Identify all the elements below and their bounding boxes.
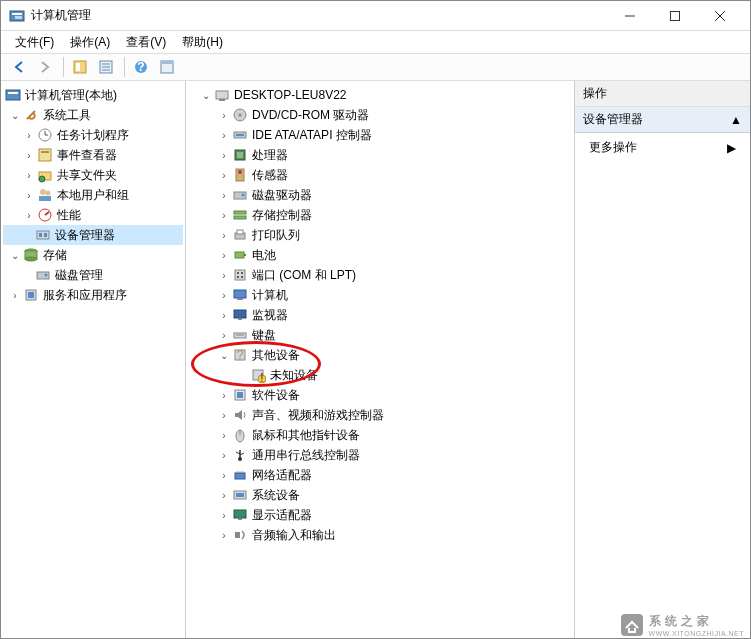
device-display-adapter-category[interactable]: ›显示适配器 [188,505,572,525]
usb-category-icon [232,447,248,463]
maximize-button[interactable] [652,2,697,30]
expand-icon[interactable]: › [218,529,230,541]
expand-icon[interactable]: › [218,269,230,281]
device-ide-category[interactable]: ›IDE ATA/ATAPI 控制器 [188,125,572,145]
svg-point-26 [40,189,46,195]
menu-action[interactable]: 操作(A) [62,32,118,53]
battery-category-icon [232,247,248,263]
svg-rect-31 [37,231,49,239]
expand-icon[interactable]: › [218,169,230,181]
device-sound-category[interactable]: ›声音、视频和游戏控制器 [188,405,572,425]
device-disk-drive-category[interactable]: ›磁盘驱动器 [188,185,572,205]
expand-icon[interactable]: › [23,149,35,161]
expand-icon[interactable]: › [218,189,230,201]
menu-help[interactable]: 帮助(H) [174,32,231,53]
storage-controller-category-icon [232,207,248,223]
performance-icon [37,207,53,223]
expand-icon[interactable]: › [218,489,230,501]
minimize-button[interactable] [607,2,652,30]
tree-disk-management[interactable]: 磁盘管理 [3,265,183,285]
menu-view[interactable]: 查看(V) [118,32,174,53]
device-ports-category[interactable]: ›端口 (COM 和 LPT) [188,265,572,285]
actions-header: 操作 [575,81,750,107]
expand-icon[interactable]: › [218,389,230,401]
device-software-devices-category[interactable]: ›软件设备 [188,385,572,405]
tree-device-manager[interactable]: 设备管理器 [3,225,183,245]
actions-more[interactable]: 更多操作 ▶ [575,133,750,162]
expand-icon[interactable]: › [218,469,230,481]
device-processor-category[interactable]: ›处理器 [188,145,572,165]
svg-rect-40 [28,292,34,298]
expand-icon[interactable]: › [218,249,230,261]
device-keyboard-category[interactable]: ›键盘 [188,325,572,345]
device-system-devices-category[interactable]: ›系统设备 [188,485,572,505]
forward-button[interactable] [33,55,57,79]
device-dvd-category[interactable]: ›DVD/CD-ROM 驱动器 [188,105,572,125]
expand-icon[interactable]: › [218,289,230,301]
device-storage-controller-category[interactable]: ›存储控制器 [188,205,572,225]
back-button[interactable] [7,55,31,79]
expand-icon[interactable]: ⌄ [218,349,230,361]
svg-rect-65 [237,298,243,300]
expand-icon[interactable]: ⌄ [200,89,212,101]
tree-services-apps[interactable]: › 服务和应用程序 [3,285,183,305]
svg-rect-4 [670,11,679,20]
refresh-button[interactable] [155,55,179,79]
tree-task-scheduler[interactable]: › 任务计划程序 [3,125,183,145]
tree-storage[interactable]: ⌄ 存储 [3,245,183,265]
expand-icon[interactable]: › [218,149,230,161]
menu-file[interactable]: 文件(F) [7,32,62,53]
device-other-devices-category[interactable]: ⌄?其他设备 [188,345,572,365]
tree-event-viewer[interactable]: › 事件查看器 [3,145,183,165]
expand-icon[interactable]: › [218,329,230,341]
expand-icon[interactable]: › [218,309,230,321]
svg-rect-66 [234,310,246,318]
expand-icon[interactable]: › [218,449,230,461]
device-print-queue-category[interactable]: ›打印队列 [188,225,572,245]
properties-button[interactable] [94,55,118,79]
device-sensor-category[interactable]: ›传感器 [188,165,572,185]
svg-rect-16 [161,61,173,64]
expand-icon[interactable]: › [218,109,230,121]
device-audio-io-category[interactable]: ›音频输入和输出 [188,525,572,545]
device-unknown-device-item[interactable]: !未知设备 [188,365,572,385]
device-computer-category[interactable]: ›计算机 [188,285,572,305]
expand-icon[interactable]: › [23,209,35,221]
device-computer-root[interactable]: ⌄DESKTOP-LEU8V22 [188,85,572,105]
expand-icon[interactable]: › [23,129,35,141]
expand-icon[interactable]: › [23,189,35,201]
expand-icon[interactable]: › [218,129,230,141]
tree-performance[interactable]: › 性能 [3,205,183,225]
close-button[interactable] [697,2,742,30]
expand-icon[interactable]: › [218,429,230,441]
expand-icon[interactable]: › [23,169,35,181]
device-monitor-category[interactable]: ›监视器 [188,305,572,325]
help-button[interactable]: ? [129,55,153,79]
tree-local-users[interactable]: › 本地用户和组 [3,185,183,205]
sound-category-icon [232,407,248,423]
device-network-category[interactable]: ›网络适配器 [188,465,572,485]
left-tree-panel[interactable]: 计算机管理(本地) ⌄ 系统工具 › 任务计划程序 › 事件查看器 › 共享文件… [1,81,186,638]
expand-icon[interactable]: › [218,209,230,221]
expand-icon[interactable]: › [218,509,230,521]
svg-point-63 [241,276,243,278]
tree-system-tools[interactable]: ⌄ 系统工具 [3,105,183,125]
device-usb-category[interactable]: ›通用串行总线控制器 [188,445,572,465]
expand-icon[interactable]: › [218,229,230,241]
toolbar: ? [1,53,750,81]
device-tree-panel[interactable]: ⌄DESKTOP-LEU8V22›DVD/CD-ROM 驱动器›IDE ATA/… [186,81,575,638]
expand-icon[interactable]: ⌄ [9,109,21,121]
svg-point-36 [25,257,37,261]
expand-icon[interactable]: › [218,409,230,421]
expand-icon[interactable]: › [9,289,21,301]
expand-icon[interactable] [236,369,248,381]
tree-shared-folders[interactable]: › 共享文件夹 [3,165,183,185]
unknown-device-item-icon: ! [250,367,266,383]
show-hide-button[interactable] [68,55,92,79]
actions-section-device-manager[interactable]: 设备管理器 ▲ [575,107,750,133]
device-battery-category[interactable]: ›电池 [188,245,572,265]
tree-root-computer-mgmt[interactable]: 计算机管理(本地) [3,85,183,105]
device-mouse-category[interactable]: ›鼠标和其他指针设备 [188,425,572,445]
chevron-right-icon: ▶ [727,141,736,155]
expand-icon[interactable]: ⌄ [9,249,21,261]
